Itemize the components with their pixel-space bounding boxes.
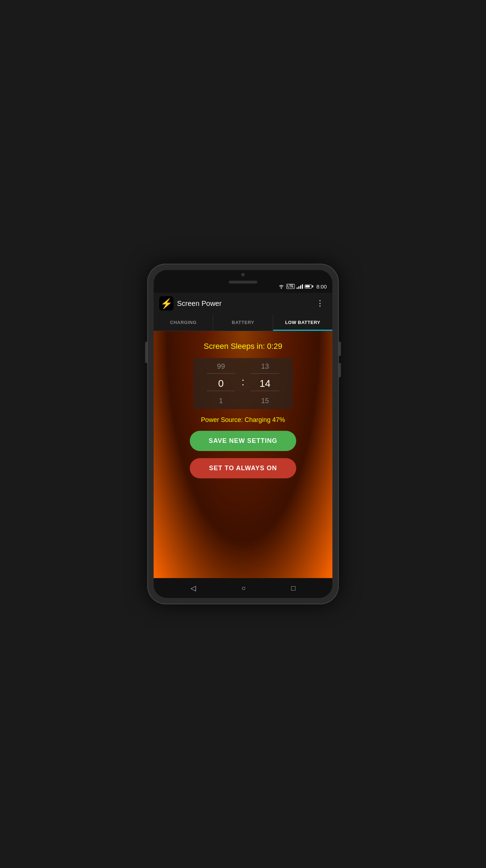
battery-fill bbox=[305, 285, 310, 287]
app-bar: ⚡ Screen Power ⋮ bbox=[154, 293, 332, 314]
volume-button[interactable] bbox=[145, 342, 147, 363]
time-separator: : bbox=[240, 376, 246, 388]
camera bbox=[241, 273, 245, 276]
lightning-icon: ⚡ bbox=[160, 298, 173, 309]
tab-low-battery-label: LOW BATTERY bbox=[285, 320, 320, 325]
seconds-picker[interactable]: 13 14 15 bbox=[246, 362, 284, 405]
tab-charging[interactable]: CHARGING bbox=[154, 314, 213, 331]
seconds-below: 15 bbox=[251, 394, 279, 405]
battery-icon bbox=[305, 285, 313, 289]
time-picker[interactable]: 99 0 1 : 13 14 15 bbox=[193, 358, 293, 409]
main-content: Screen Sleeps in: 0:29 99 0 1 : 13 14 15… bbox=[154, 331, 332, 578]
minutes-current: 0 bbox=[207, 377, 235, 391]
tab-battery[interactable]: BATTERY bbox=[213, 314, 273, 331]
recent-apps-button[interactable]: □ bbox=[288, 581, 298, 595]
signal-bar-2 bbox=[298, 286, 299, 289]
save-new-setting-button[interactable]: SAVE NEW SETTING bbox=[190, 431, 296, 451]
speaker-grille bbox=[229, 281, 257, 284]
minutes-below: 1 bbox=[207, 394, 235, 405]
minutes-picker[interactable]: 99 0 1 bbox=[202, 362, 240, 405]
tab-charging-label: CHARGING bbox=[170, 320, 197, 325]
volume-down-button[interactable] bbox=[339, 363, 341, 377]
phone-frame: LTE 8:00 bbox=[147, 264, 339, 604]
status-icons: LTE 8:00 bbox=[278, 284, 327, 290]
power-button[interactable] bbox=[339, 342, 341, 356]
set-always-on-button[interactable]: SET TO ALWAYS ON bbox=[190, 458, 296, 478]
battery-body bbox=[305, 285, 312, 289]
phone-screen: LTE 8:00 bbox=[154, 270, 332, 598]
sleep-timer-text: Screen Sleeps in: 0:29 bbox=[204, 342, 282, 351]
overflow-menu-button[interactable]: ⋮ bbox=[313, 296, 327, 311]
seconds-current: 14 bbox=[251, 377, 279, 391]
back-button[interactable]: ◁ bbox=[188, 581, 199, 595]
signal-bar-3 bbox=[300, 285, 301, 289]
phone-top-notch bbox=[154, 270, 332, 280]
signal-bar-1 bbox=[297, 287, 298, 289]
seconds-above: 13 bbox=[251, 362, 279, 374]
tab-low-battery[interactable]: LOW BATTERY bbox=[273, 314, 332, 331]
home-button[interactable]: ○ bbox=[238, 581, 248, 595]
signal-bar-4 bbox=[302, 284, 303, 289]
battery-tip bbox=[312, 285, 313, 287]
lte-indicator: LTE bbox=[286, 284, 295, 289]
wifi-icon bbox=[278, 284, 285, 289]
status-time: 8:00 bbox=[316, 284, 327, 290]
app-title: Screen Power bbox=[177, 300, 313, 308]
tab-bar: CHARGING BATTERY LOW BATTERY bbox=[154, 314, 332, 331]
minutes-above: 99 bbox=[207, 362, 235, 374]
tab-battery-label: BATTERY bbox=[232, 320, 254, 325]
bottom-navigation: ◁ ○ □ bbox=[154, 578, 332, 598]
power-source-text: Power Source: Charging 47% bbox=[201, 416, 285, 424]
app-logo: ⚡ bbox=[159, 296, 173, 311]
svg-point-0 bbox=[281, 288, 282, 289]
signal-bars bbox=[297, 284, 303, 289]
